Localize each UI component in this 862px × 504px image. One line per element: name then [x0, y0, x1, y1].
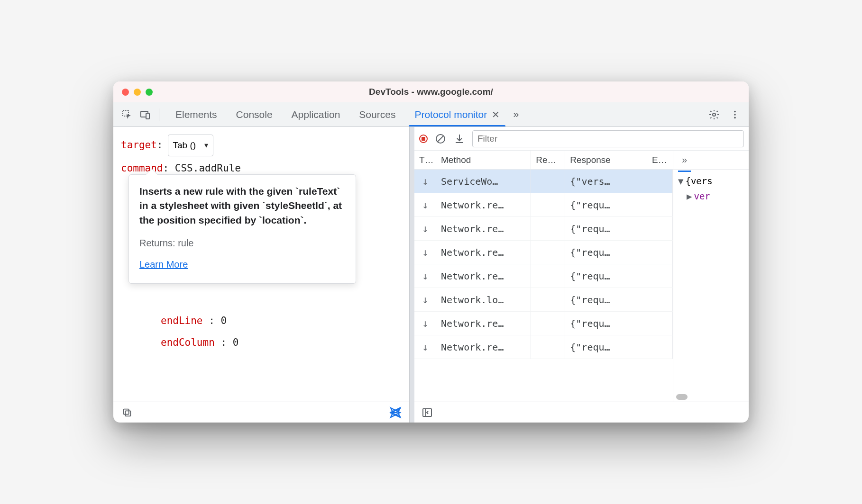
command-editor[interactable]: target: Tab () command: CSS.addRule Inse…: [113, 127, 409, 402]
cell-type: ↓: [414, 288, 436, 311]
tooltip-learn-more-link[interactable]: Learn More: [139, 259, 188, 270]
table-row[interactable]: ↓Network.re…{"requ…: [414, 264, 673, 288]
copy-icon[interactable]: [120, 405, 134, 420]
cell-method: Network.re…: [436, 241, 531, 264]
command-value: CSS.addRule: [175, 162, 241, 174]
cell-response: {"requ…: [565, 264, 647, 288]
messages-table: T… Method Re… Response E… ↓ServiceWo…{"v…: [414, 151, 673, 402]
detail-horizontal-scrollbar[interactable]: [676, 394, 688, 400]
settings-icon[interactable]: [707, 108, 721, 122]
table-row[interactable]: ↓Network.re…{"requ…: [414, 193, 673, 217]
table-row[interactable]: ↓Network.re…{"requ…: [414, 217, 673, 241]
table-row[interactable]: ↓Network.lo…{"requ…: [414, 288, 673, 312]
content-area: target: Tab () command: CSS.addRule Inse…: [113, 127, 749, 423]
more-tabs-icon[interactable]: »: [513, 108, 519, 121]
command-editor-pane: target: Tab () command: CSS.addRule Inse…: [113, 127, 410, 423]
download-icon[interactable]: [453, 133, 466, 145]
cell-request: [531, 241, 565, 264]
col-method[interactable]: Method: [436, 151, 531, 169]
tab-elements[interactable]: Elements: [166, 102, 227, 126]
cell-response: {"requ…: [565, 312, 647, 335]
table-body: ↓ServiceWo…{"vers…↓Network.re…{"requ…↓Ne…: [414, 170, 673, 359]
protocol-content: T… Method Re… Response E… ↓ServiceWo…{"v…: [414, 151, 749, 402]
table-header: T… Method Re… Response E…: [414, 151, 673, 170]
tab-sources[interactable]: Sources: [349, 102, 405, 126]
detail-panel-header: »: [673, 151, 749, 170]
cell-method: ServiceWo…: [436, 170, 531, 193]
detail-panel: » ▼{vers ▶ver: [673, 151, 749, 402]
cell-request: [531, 193, 565, 216]
col-request[interactable]: Re…: [531, 151, 565, 169]
tab-protocol-monitor[interactable]: Protocol monitor ✕: [405, 102, 509, 126]
cell-request: [531, 264, 565, 288]
cell-response: {"requ…: [565, 193, 647, 216]
titlebar: DevTools - www.google.com/: [113, 81, 749, 102]
svg-rect-2: [146, 113, 149, 119]
cell-response: {"requ…: [565, 241, 647, 264]
cell-elapsed: [647, 217, 673, 240]
record-button[interactable]: [419, 135, 428, 143]
cell-elapsed: [647, 264, 673, 288]
col-elapsed[interactable]: E…: [647, 151, 673, 169]
table-row[interactable]: ↓Network.re…{"requ…: [414, 335, 673, 359]
send-command-icon[interactable]: [388, 405, 403, 420]
filter-input[interactable]: [472, 130, 744, 147]
panel-tabs: Elements Console Application Sources Pro…: [166, 102, 519, 126]
zoom-window-button[interactable]: [146, 89, 153, 96]
cell-method: Network.lo…: [436, 288, 531, 311]
cell-request: [531, 170, 565, 193]
cell-request: [531, 312, 565, 335]
editor-footer: [113, 402, 409, 423]
close-window-button[interactable]: [122, 89, 129, 96]
cell-elapsed: [647, 170, 673, 193]
protocol-footer: [414, 402, 749, 423]
clear-icon[interactable]: [434, 133, 447, 145]
cell-method: Network.re…: [436, 312, 531, 335]
cell-elapsed: [647, 335, 673, 359]
table-row[interactable]: ↓ServiceWo…{"vers…: [414, 170, 673, 193]
col-type[interactable]: T…: [414, 151, 436, 169]
inspect-element-icon[interactable]: [120, 108, 134, 122]
close-tab-icon[interactable]: ✕: [492, 109, 500, 120]
table-row[interactable]: ↓Network.re…{"requ…: [414, 312, 673, 335]
minimize-window-button[interactable]: [134, 89, 141, 96]
cell-response: {"vers…: [565, 170, 647, 193]
traffic-lights: [122, 89, 153, 96]
col-response[interactable]: Response: [565, 151, 647, 169]
cell-response: {"requ…: [565, 288, 647, 311]
target-select[interactable]: Tab (): [168, 135, 214, 156]
cell-type: ↓: [414, 217, 436, 240]
tab-console[interactable]: Console: [227, 102, 282, 126]
svg-point-3: [713, 113, 715, 116]
devtools-window: DevTools - www.google.com/ Elements Cons…: [113, 81, 749, 423]
pane-splitter[interactable]: [410, 127, 414, 423]
cell-elapsed: [647, 288, 673, 311]
cell-request: [531, 288, 565, 311]
cell-request: [531, 335, 565, 359]
toggle-sidebar-icon[interactable]: [420, 405, 434, 420]
cell-type: ↓: [414, 241, 436, 264]
table-row[interactable]: ↓Network.re…{"requ…: [414, 241, 673, 264]
tooltip-description: Inserts a new rule with the given `ruleT…: [139, 184, 345, 227]
cell-type: ↓: [414, 264, 436, 288]
cell-response: {"requ…: [565, 335, 647, 359]
cell-type: ↓: [414, 312, 436, 335]
svg-rect-8: [124, 409, 129, 414]
detail-more-tabs-icon[interactable]: »: [678, 153, 691, 167]
cell-type: ↓: [414, 193, 436, 216]
tab-application[interactable]: Application: [282, 102, 350, 126]
protocol-toolbar: [414, 127, 749, 151]
svg-rect-7: [125, 411, 130, 416]
cell-method: Network.re…: [436, 335, 531, 359]
main-toolbar: Elements Console Application Sources Pro…: [113, 102, 749, 127]
detail-tree[interactable]: ▼{vers ▶ver: [673, 170, 749, 402]
protocol-monitor-pane: T… Method Re… Response E… ↓ServiceWo…{"v…: [414, 127, 749, 423]
more-options-icon[interactable]: [728, 108, 742, 122]
toolbar-divider: [159, 108, 159, 121]
device-toolbar-icon[interactable]: [138, 108, 152, 122]
cell-method: Network.re…: [436, 193, 531, 216]
cell-type: ↓: [414, 170, 436, 193]
command-tooltip: Inserts a new rule with the given `ruleT…: [128, 174, 356, 284]
cell-elapsed: [647, 241, 673, 264]
cell-method: Network.re…: [436, 264, 531, 288]
